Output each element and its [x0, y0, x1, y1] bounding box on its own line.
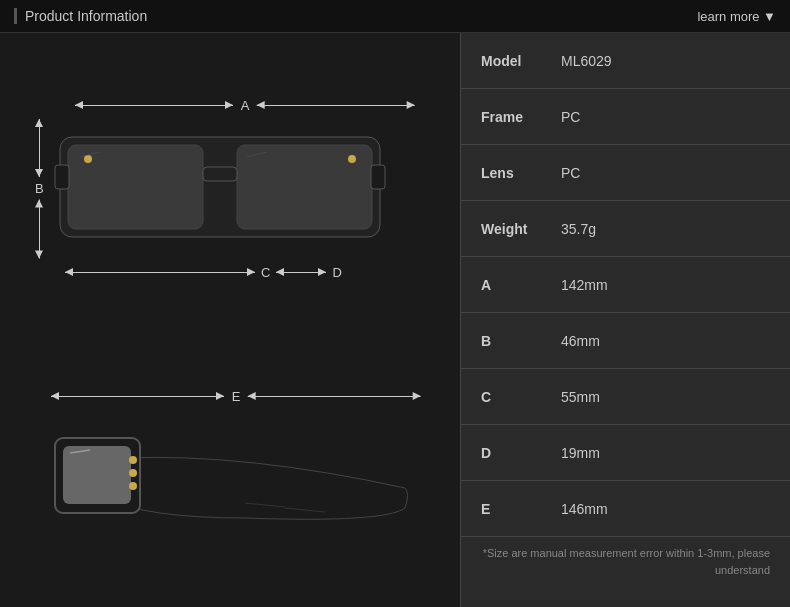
spec-row-b: B46mm — [461, 313, 790, 369]
glasses-side-view — [45, 408, 415, 542]
dimension-b-label: B — [35, 177, 44, 200]
svg-rect-3 — [203, 167, 237, 181]
glasses-front-view — [50, 117, 425, 261]
svg-rect-5 — [371, 165, 385, 189]
learn-more-button[interactable]: learn more ▼ — [697, 9, 776, 24]
spec-row-weight: Weight35.7g — [461, 201, 790, 257]
spec-key-6: C — [481, 389, 561, 405]
bottom-diagram: E — [35, 389, 425, 542]
dimension-d-line — [276, 272, 326, 273]
spec-value-4: 142mm — [561, 277, 608, 293]
svg-point-7 — [348, 155, 356, 163]
specs-panel: ModelML6029FramePCLensPCWeight35.7gA142m… — [460, 33, 790, 607]
spec-row-a: A142mm — [461, 257, 790, 313]
top-diagram: A B — [35, 98, 425, 280]
dimension-a-label: A — [233, 98, 258, 113]
glasses-top-view-container: B — [35, 117, 425, 261]
spec-value-6: 55mm — [561, 389, 600, 405]
spec-row-e: E146mm — [461, 481, 790, 537]
spec-value-0: ML6029 — [561, 53, 612, 69]
dimension-c-line — [65, 272, 255, 273]
dimension-e-row: E — [51, 389, 421, 404]
svg-rect-11 — [63, 446, 131, 504]
dimension-e-line — [51, 396, 224, 397]
spec-value-8: 146mm — [561, 501, 608, 517]
spec-key-1: Frame — [481, 109, 561, 125]
dimension-a-row: A — [75, 98, 415, 113]
spec-key-2: Lens — [481, 165, 561, 181]
spec-key-3: Weight — [481, 221, 561, 237]
glasses-front-svg — [50, 117, 390, 257]
dimension-a-line-right — [257, 105, 415, 106]
svg-point-13 — [129, 469, 137, 477]
diagram-panel: A B — [0, 33, 460, 607]
svg-rect-4 — [55, 165, 69, 189]
spec-key-0: Model — [481, 53, 561, 69]
spec-row-model: ModelML6029 — [461, 33, 790, 89]
spec-key-7: D — [481, 445, 561, 461]
dimension-a-line — [75, 105, 233, 106]
dimension-e-line-right — [248, 396, 421, 397]
dimension-e-label: E — [224, 389, 249, 404]
main-content: A B — [0, 33, 790, 607]
glasses-side-svg — [45, 408, 415, 538]
dimension-b-col: B — [35, 119, 44, 259]
page-title: Product Information — [14, 8, 147, 24]
spec-table: ModelML6029FramePCLensPCWeight35.7gA142m… — [461, 33, 790, 537]
dimension-b-line-top — [39, 119, 40, 178]
spec-key-4: A — [481, 277, 561, 293]
spec-row-lens: LensPC — [461, 145, 790, 201]
spec-note: *Size are manual measurement error withi… — [461, 537, 790, 586]
spec-row-d: D19mm — [461, 425, 790, 481]
spec-value-7: 19mm — [561, 445, 600, 461]
dimension-cd-row: C D — [65, 265, 425, 280]
spec-key-5: B — [481, 333, 561, 349]
spec-value-2: PC — [561, 165, 580, 181]
spec-row-c: C55mm — [461, 369, 790, 425]
spec-key-8: E — [481, 501, 561, 517]
dimension-c-label: C — [255, 265, 276, 280]
svg-point-14 — [129, 482, 137, 490]
spec-value-5: 46mm — [561, 333, 600, 349]
dimension-d-label: D — [326, 265, 347, 280]
spec-row-frame: FramePC — [461, 89, 790, 145]
page-header: Product Information learn more ▼ — [0, 0, 790, 33]
dimension-b-line-bottom — [39, 200, 40, 259]
svg-point-12 — [129, 456, 137, 464]
spec-value-1: PC — [561, 109, 580, 125]
spec-value-3: 35.7g — [561, 221, 596, 237]
